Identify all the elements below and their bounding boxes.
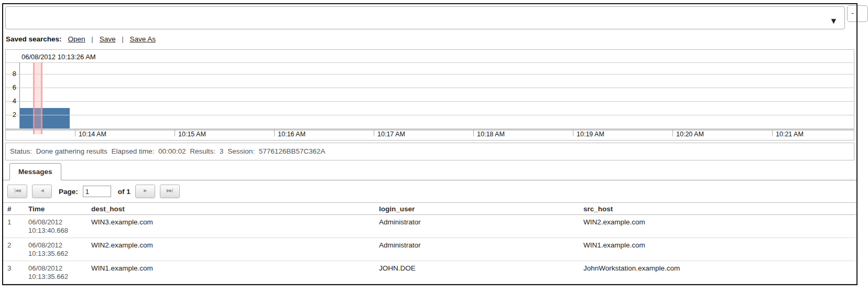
query-token: * [9, 28, 22, 29]
x-tick-label: 10:15 AM [178, 131, 206, 138]
chart-start-timestamp: 06/08/2012 10:13:26 AM [21, 53, 96, 61]
x-tick [772, 130, 773, 136]
x-tick [274, 130, 275, 136]
gridline [6, 115, 854, 115]
gridline [6, 74, 854, 74]
y-tick-label: 2 [7, 111, 16, 118]
x-tick [175, 130, 175, 136]
saved-search-save-as-link[interactable]: Save As [129, 35, 156, 43]
search-query-input[interactable]: * "EventIdentifier = 4624" "\nLogon Type… [5, 6, 845, 29]
col-header-login-user[interactable]: login_user [379, 205, 583, 213]
pagination-bar: |◀◀ ◀ Page: of 1 ▶ ▶▶| [7, 185, 180, 198]
cell-num: 3 [7, 261, 28, 284]
saved-search-open-link[interactable]: Open [68, 35, 85, 43]
session-value: 5776126BB57C362A [259, 147, 326, 155]
x-tick [75, 130, 75, 136]
x-tick-label: 10:16 AM [278, 131, 306, 138]
gridline [6, 101, 854, 102]
cell-dest-host: WIN1.example.com [91, 261, 379, 284]
first-page-button[interactable]: |◀◀ [7, 185, 27, 198]
table-row[interactable]: 306/08/2012 10:13:35.662WIN1.example.com… [3, 261, 856, 284]
query-token: | [349, 28, 358, 29]
saved-searches-row: Saved searches:Open | Save | Save As [6, 33, 157, 46]
table-row[interactable]: 106/08/2012 10:13:40.668WIN3.example.com… [3, 215, 856, 238]
cell-src-host: WIN1.example.com [583, 238, 856, 261]
cell-time: 06/08/2012 10:13:40.668 [28, 215, 91, 238]
tab-strip: Messages [3, 163, 856, 180]
query-token: "(?:Computer|Workstation )Name(?: = \"|:… [393, 28, 746, 29]
y-tick-label: 8 [7, 70, 16, 78]
cell-time: 06/08/2012 10:13:35.662 [28, 261, 91, 284]
cell-dest-host: WIN2.example.com [91, 238, 379, 261]
x-tick [374, 130, 374, 136]
x-tick-label: 10:18 AM [477, 131, 505, 138]
x-tick [672, 130, 673, 136]
elapsed-label: Elapsed time: [111, 147, 154, 155]
query-token: "EventIdentifier = 4624" "\nLogon Type:\… [22, 28, 238, 29]
cell-num: 2 [7, 238, 28, 261]
time-selection-band[interactable] [33, 62, 42, 134]
histogram-bar[interactable] [20, 108, 70, 128]
table-row[interactable]: 206/08/2012 10:13:35.662WIN2.example.com… [3, 238, 856, 261]
app-canvas: - * "EventIdentifier = 4624" "\nLogon Ty… [0, 0, 868, 302]
results-table-body: 106/08/2012 10:13:40.668WIN3.example.com… [3, 215, 856, 284]
chevron-down-icon[interactable]: ▼ [831, 16, 836, 26]
x-tick [573, 130, 573, 136]
prev-page-button[interactable]: ◀ [32, 185, 52, 198]
cell-num: 1 [7, 215, 28, 238]
cell-login-user: Administrator [379, 215, 583, 238]
saved-searches-links: Open | Save | Save As [67, 35, 157, 43]
query-token: OR [238, 28, 252, 29]
query-token: "\nLogon Type:\t\t\t3" [252, 28, 349, 29]
saved-searches-label: Saved searches: [6, 35, 62, 43]
x-tick [473, 130, 474, 136]
y-tick-label: 4 [7, 97, 16, 105]
separator: | [120, 35, 125, 43]
results-value: 3 [220, 147, 224, 155]
next-page-button[interactable]: ▶ [135, 185, 155, 198]
cell-time: 06/08/2012 10:13:35.662 [28, 238, 91, 261]
query-token: trace [358, 28, 380, 29]
status-value: Done gathering results [36, 147, 107, 155]
cell-src-host: WIN2.example.com [583, 215, 856, 238]
query-token: | [747, 28, 751, 29]
y-tick-label: 6 [7, 83, 16, 91]
results-table-header: # Time dest_host login_user src_host [3, 202, 856, 215]
cell-src-host: JohnWorkstation.example.com [583, 261, 856, 284]
cell-login-user: Administrator [379, 238, 583, 261]
col-header-dest-host[interactable]: dest_host [91, 205, 379, 213]
gridline [6, 88, 854, 88]
x-tick-label: 10:17 AM [377, 131, 405, 138]
cell-login-user: JOHN.DOE [379, 261, 583, 284]
status-bar: Status: Done gathering results Elapsed t… [5, 143, 854, 160]
page-number-input[interactable] [83, 186, 111, 197]
session-label: Session: [227, 147, 255, 155]
col-header-time[interactable]: Time [28, 205, 91, 213]
col-header-num[interactable]: # [7, 205, 28, 213]
x-tick-label: 10:20 AM [676, 131, 704, 138]
results-label: Results: [190, 147, 215, 155]
last-page-button[interactable]: ▶▶| [160, 185, 180, 198]
separator: | [90, 35, 95, 43]
status-label: Status: [10, 147, 32, 155]
chart-top-divider [6, 62, 854, 63]
query-line-1: * "EventIdentifier = 4624" "\nLogon Type… [9, 28, 831, 29]
col-header-src-host[interactable]: src_host [583, 205, 856, 213]
timeline-chart[interactable]: 06/08/2012 10:13:26 AM 246810:14 AM10:15… [5, 49, 854, 141]
content-frame: * "EventIdentifier = 4624" "\nLogon Type… [2, 3, 858, 285]
page-count-label: of 1 [118, 188, 131, 196]
saved-search-save-link[interactable]: Save [100, 35, 116, 43]
query-token: - [380, 28, 393, 29]
x-tick-label: 10:21 AM [776, 131, 804, 138]
x-tick-label: 10:19 AM [577, 131, 604, 138]
tab-messages[interactable]: Messages [9, 163, 61, 180]
results-table: # Time dest_host login_user src_host 106… [3, 202, 856, 284]
x-axis-line [6, 128, 854, 131]
cell-dest-host: WIN3.example.com [91, 215, 379, 238]
page-label: Page: [59, 188, 78, 196]
elapsed-value: 00:00:02 [158, 147, 186, 155]
x-tick-label: 10:14 AM [79, 131, 106, 138]
